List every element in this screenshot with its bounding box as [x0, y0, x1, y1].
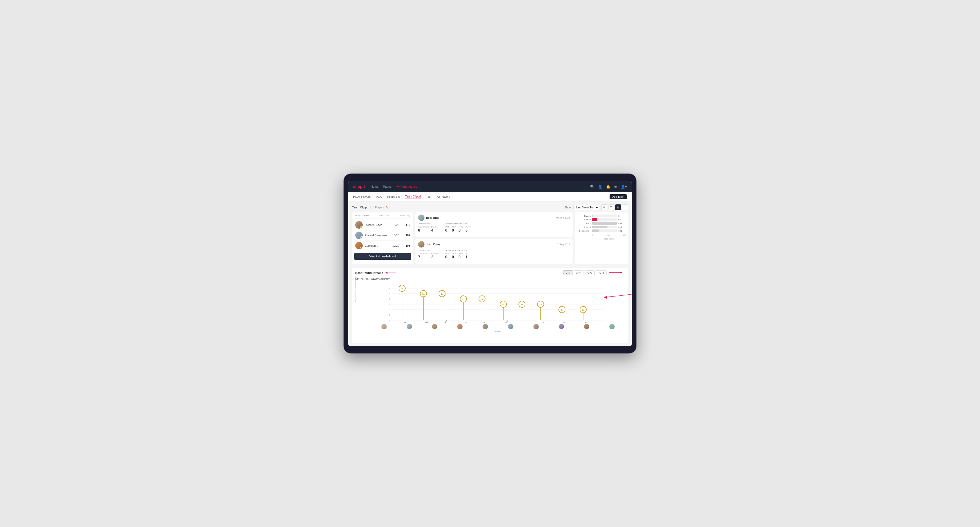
app-logo: clippd [353, 184, 365, 189]
practice-val-1: 4 [431, 228, 439, 232]
practice-label-1: Practice [431, 226, 439, 228]
bar-row-bogeys: Bogeys 311 [577, 226, 626, 229]
tab-ott[interactable]: OTT [563, 270, 573, 275]
svg-text:M. Miller: M. Miller [538, 321, 545, 323]
bar-track-pars [592, 222, 617, 225]
person-icon[interactable]: 👤 [598, 185, 602, 189]
card-view-button[interactable]: ▤ [615, 205, 621, 210]
bar-label-eagles: Eagles [577, 215, 591, 217]
subnav-team-clippd[interactable]: Team Clippd [405, 195, 421, 199]
subnav-hcaps[interactable]: Hcaps 1-5 [387, 195, 400, 199]
mini-avatar-2 [407, 324, 412, 329]
arg-1: ARG 0 [458, 226, 463, 232]
x-axis-label: Players [371, 330, 625, 333]
arrow-to-left-icon [385, 271, 399, 275]
tournament-val-1: 8 [418, 228, 429, 232]
total-rounds-section-1: Total Rounds Tournament 8 Practice 4 [418, 222, 439, 232]
user-menu-icon[interactable]: 👤▾ [621, 185, 627, 189]
subnav-all-players[interactable]: All Players [437, 195, 450, 199]
nav-my-performance[interactable]: My Performance [396, 185, 417, 188]
arg-val-2: 0 [458, 255, 463, 259]
bar-fill-birdies [592, 218, 597, 221]
putt-1: PUTT 0 [466, 226, 471, 232]
bell-icon[interactable]: 🔔 [606, 185, 610, 189]
tablet-screen: clippd Home Teams My Performance 🔍 👤 🔔 ⊕… [348, 181, 632, 346]
svg-text:4: 4 [389, 303, 390, 306]
badge-bronze-3: 3 [360, 247, 363, 249]
y-axis-label: Best Streak, Fairway Accuracy [355, 281, 356, 302]
grid-view-button[interactable]: ⊞ [601, 205, 607, 210]
add-team-button[interactable]: Add Team [609, 194, 627, 199]
svg-text:7: 7 [389, 287, 390, 290]
show-label: Show [565, 206, 571, 209]
svg-text:B. Ford: B. Ford [520, 322, 525, 323]
svg-text:4x: 4x [502, 303, 504, 306]
svg-marker-1 [385, 272, 387, 274]
view-leaderboard-button[interactable]: View Full Leaderboard [354, 253, 411, 260]
team-header: Team Clippd | 14 Players ✏️ Show Last 3 … [352, 205, 628, 210]
putt-2: PUTT 1 [466, 252, 471, 259]
svg-text:4x: 4x [539, 303, 542, 306]
practice-val-2: 2 [431, 255, 439, 259]
player-cards-panel: Rees Britt 02 Sep 2023 Total Rounds Tour… [415, 213, 573, 264]
svg-text:E. Crossman: E. Crossman [499, 320, 509, 323]
tournament-rounds-2: Tournament 7 [418, 252, 429, 259]
nav-teams[interactable]: Teams [383, 185, 391, 188]
avatar-3: 3 [355, 242, 363, 249]
putt-val-2: 1 [466, 255, 471, 259]
list-view-button[interactable]: ☰ [608, 205, 614, 210]
tab-putt[interactable]: PUTT [596, 270, 607, 275]
svg-text:2: 2 [389, 314, 390, 316]
card-date-1: 02 Sep 2023 [556, 216, 570, 219]
app-val-2: 0 [452, 255, 456, 259]
svg-text:B. McHarg: B. McHarg [420, 321, 428, 323]
card-player-info-2: Josh Coles [418, 241, 440, 248]
bar-val-pars: 499 [618, 222, 626, 225]
bar-row-pars: Pars 499 [577, 222, 626, 225]
nav-home[interactable]: Home [371, 185, 379, 188]
target-icon[interactable]: ⊕ [614, 185, 617, 189]
practice-rounds-1: Practice 4 [431, 226, 439, 232]
period-select[interactable]: Last 3 months [573, 205, 599, 210]
search-icon[interactable]: 🔍 [590, 185, 594, 189]
svg-text:5x: 5x [481, 298, 483, 300]
more-view-button[interactable]: ⋮ [622, 205, 628, 210]
bar-chart-axis-label: Total Shots [577, 238, 626, 240]
edit-icon[interactable]: ✏️ [386, 206, 389, 209]
svg-text:E. Ebert: E. Ebert [399, 321, 406, 323]
subnav-pgat[interactable]: PGAT Players [353, 195, 371, 199]
col-pb-avg: PB AVG SQ [399, 214, 410, 217]
card-avatar-1 [418, 214, 425, 221]
svg-text:6x: 6x [441, 293, 444, 295]
subnav-tour[interactable]: Tour [426, 195, 431, 199]
bar-chart-panel: Eagles 3 Birdies 96 [575, 213, 628, 264]
team-name: Team Clippd [352, 206, 368, 209]
app-2: APP 0 [452, 252, 456, 259]
ott-val-1: 0 [445, 228, 449, 232]
putt-val-1: 0 [466, 228, 471, 232]
badge-gold-1: 1 [360, 226, 363, 229]
ott-2: OTT 0 [445, 252, 449, 259]
practice-rounds-2: Practice 2 [431, 252, 439, 259]
subnav-pga[interactable]: PGA [376, 195, 382, 199]
bar-fill-dbogeys [592, 229, 599, 232]
pb-avg-3: 103 [402, 244, 410, 247]
sub-navigation: PGAT Players PGA Hcaps 1-5 Team Clippd T… [348, 192, 632, 202]
nav-links: Home Teams My Performance [371, 185, 417, 188]
tab-app[interactable]: APP [574, 270, 584, 275]
arg-2: ARG 0 [458, 252, 463, 259]
mini-avatar-8 [559, 324, 564, 329]
avatar-2: 2 [355, 232, 363, 239]
card-avatar-2 [418, 241, 425, 248]
nav-icons: 🔍 👤 🔔 ⊕ 👤▾ [590, 185, 627, 189]
practice-activities-1: Total Practice Activities OTT 0 APP 0 [445, 222, 471, 232]
tab-arg[interactable]: ARG [584, 270, 595, 275]
svg-text:5: 5 [389, 298, 390, 300]
svg-text:1: 1 [389, 319, 390, 322]
svg-text:J. Coles: J. Coles [461, 321, 467, 323]
player-count: | 14 Players [370, 206, 384, 209]
axis-200: 200 [606, 234, 609, 236]
badge-silver-2: 2 [360, 237, 363, 239]
arrow-to-right-icon [609, 270, 625, 275]
ott-label-2: OTT [445, 252, 449, 255]
